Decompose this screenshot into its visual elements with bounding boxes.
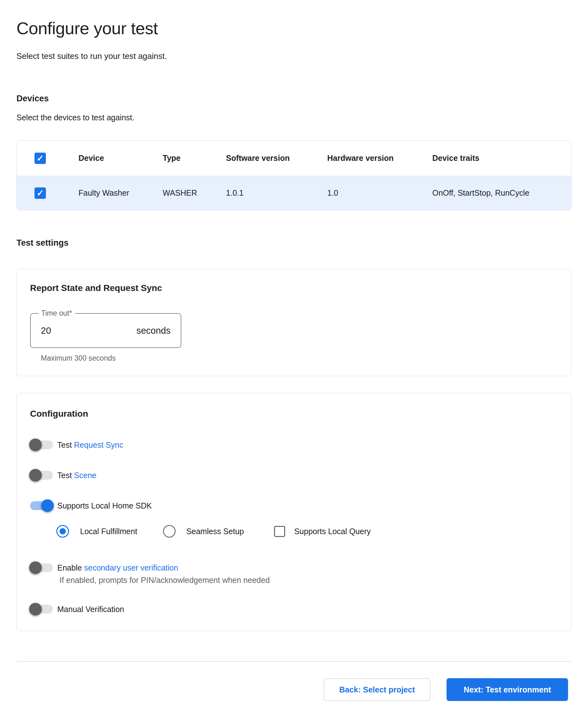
toggle-label: Enable [57, 563, 84, 573]
cell-device: Faulty Washer [79, 188, 163, 198]
toggle-knob [29, 603, 42, 616]
toggle-label: Test [57, 440, 74, 450]
timeout-unit: seconds [136, 326, 171, 336]
column-header-device-traits: Device traits [432, 153, 571, 163]
scene-link[interactable]: Scene [74, 471, 97, 480]
secondary-verification-helper: If enabled, prompts for PIN/acknowledgem… [60, 576, 270, 585]
row-checkbox[interactable]: ✓ [35, 187, 46, 199]
toggle-knob [41, 499, 54, 512]
secondary-verification-row: Enable secondary user verification [30, 560, 178, 575]
next-button[interactable]: Next: Test environment [446, 678, 568, 701]
devices-table-header: ✓ Device Type Software version Hardware … [17, 141, 571, 176]
seamless-setup-radio[interactable] [163, 525, 176, 538]
seamless-setup-label: Seamless Setup [186, 527, 244, 536]
test-scene-toggle[interactable] [30, 471, 53, 480]
cell-software-version: 1.0.1 [226, 188, 327, 198]
report-state-card: Report State and Request Sync Time out* … [17, 269, 571, 376]
supports-local-sdk-toggle[interactable] [30, 501, 53, 510]
toggle-knob [29, 561, 42, 574]
toggle-knob [29, 438, 42, 451]
checkmark-icon: ✓ [37, 188, 44, 198]
manual-verification-toggle[interactable] [30, 605, 53, 614]
request-sync-link[interactable]: Request Sync [74, 440, 123, 450]
column-header-device: Device [79, 153, 163, 163]
toggle-label: Manual Verification [57, 605, 124, 614]
devices-heading: Devices [17, 94, 49, 104]
timeout-helper: Maximum 300 seconds [41, 354, 116, 363]
toggle-knob [29, 469, 42, 481]
toggle-label: Test [57, 471, 74, 480]
test-scene-row: Test Scene [30, 468, 97, 483]
column-header-software-version: Software version [226, 153, 327, 163]
configure-test-page: Configure your test Select test suites t… [0, 0, 588, 720]
cell-hardware-version: 1.0 [327, 188, 432, 198]
local-sdk-options-row: Local Fulfillment Seamless Setup Support… [56, 524, 371, 539]
page-subtitle: Select test suites to run your test agai… [17, 51, 167, 61]
local-fulfillment-label: Local Fulfillment [80, 527, 138, 536]
manual-verification-row: Manual Verification [30, 602, 124, 617]
cell-device-traits: OnOff, StartStop, RunCycle [432, 188, 571, 198]
column-header-type: Type [163, 153, 226, 163]
column-header-hardware-version: Hardware version [327, 153, 432, 163]
report-state-card-title: Report State and Request Sync [30, 283, 162, 293]
toggle-label: Supports Local Home SDK [57, 501, 152, 510]
select-all-checkbox[interactable]: ✓ [35, 152, 46, 164]
timeout-input[interactable] [41, 326, 104, 336]
checkmark-icon: ✓ [37, 153, 44, 163]
footer-divider [17, 661, 571, 662]
supports-local-query-checkbox[interactable] [274, 526, 285, 537]
devices-table: ✓ Device Type Software version Hardware … [17, 140, 571, 210]
table-row[interactable]: ✓ Faulty Washer WASHER 1.0.1 1.0 OnOff, … [17, 176, 571, 210]
test-request-sync-row: Test Request Sync [30, 437, 123, 452]
back-button[interactable]: Back: Select project [324, 678, 430, 701]
test-request-sync-toggle[interactable] [30, 440, 53, 449]
configuration-card-title: Configuration [30, 409, 88, 419]
devices-description: Select the devices to test against. [17, 113, 134, 122]
secondary-verification-toggle[interactable] [30, 563, 53, 572]
supports-local-sdk-row: Supports Local Home SDK [30, 498, 152, 513]
timeout-field: Time out* seconds [30, 313, 181, 348]
timeout-field-label: Time out* [38, 309, 75, 317]
test-settings-heading: Test settings [17, 238, 69, 248]
secondary-user-verification-link[interactable]: secondary user verification [84, 563, 178, 573]
configuration-card: Configuration Test Request Sync Test Sce… [17, 393, 571, 631]
local-fulfillment-radio[interactable] [56, 525, 69, 538]
supports-local-query-label: Supports Local Query [294, 527, 371, 536]
cell-type: WASHER [163, 188, 226, 198]
page-title: Configure your test [17, 18, 158, 38]
